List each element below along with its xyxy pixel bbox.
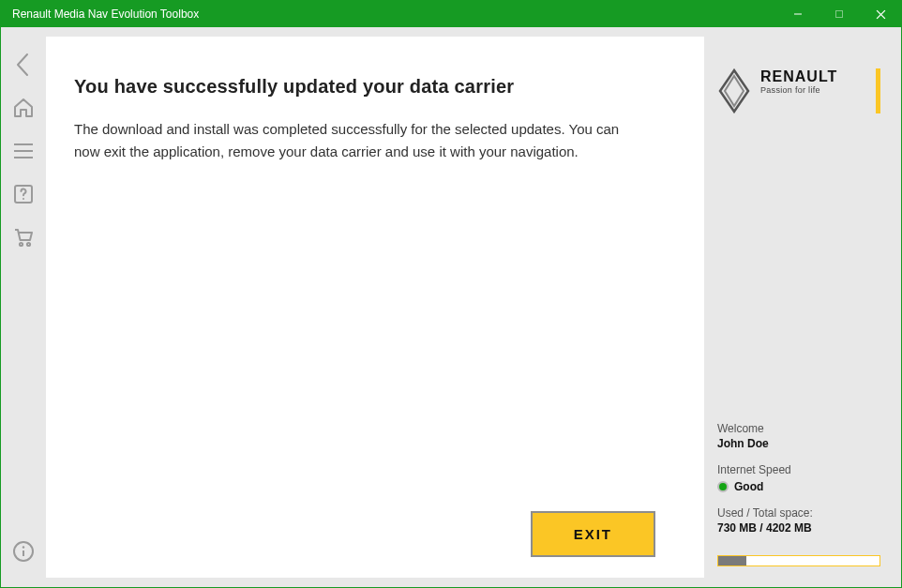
home-icon[interactable] — [12, 97, 35, 119]
space-label: Used / Total space: — [717, 506, 880, 520]
minimize-button[interactable] — [777, 1, 819, 27]
left-nav — [1, 27, 46, 587]
cart-icon[interactable] — [12, 226, 35, 249]
svg-point-10 — [27, 243, 30, 246]
speed-value: Good — [734, 480, 763, 493]
titlebar: Renault Media Nav Evolution Toolbox — [1, 1, 901, 27]
svg-point-9 — [20, 243, 23, 246]
page-body: The download and install was completed s… — [74, 118, 637, 163]
exit-button[interactable]: EXIT — [531, 511, 655, 557]
page-heading: You have successfully updated your data … — [74, 76, 655, 98]
window-controls — [777, 1, 901, 27]
status-block: Welcome John Doe Internet Speed Good Use… — [717, 409, 880, 566]
svg-rect-1 — [836, 11, 843, 18]
storage-bar — [717, 555, 880, 566]
close-button[interactable] — [860, 1, 901, 27]
brand-tagline: Passion for life — [760, 85, 837, 95]
storage-bar-fill — [718, 556, 746, 565]
body: You have successfully updated your data … — [1, 27, 901, 587]
renault-logo-icon — [717, 68, 751, 113]
welcome-label: Welcome — [717, 422, 880, 435]
info-icon[interactable] — [12, 540, 35, 563]
help-icon[interactable] — [12, 183, 35, 205]
action-bar: EXIT — [74, 511, 655, 557]
app-window: Renault Media Nav Evolution Toolbox — [0, 0, 902, 588]
brand-text: RENAULT Passion for life — [760, 68, 837, 95]
maximize-button — [819, 1, 860, 27]
brand-block: RENAULT Passion for life — [717, 68, 880, 113]
back-icon[interactable] — [12, 53, 35, 76]
main-content: You have successfully updated your data … — [46, 37, 704, 578]
right-panel: RENAULT Passion for life Welcome John Do… — [704, 27, 901, 587]
brand-accent-bar — [876, 68, 880, 113]
speed-indicator-icon — [717, 481, 729, 492]
space-value: 730 MB / 4202 MB — [717, 521, 880, 535]
svg-point-8 — [23, 198, 24, 200]
speed-label: Internet Speed — [717, 463, 880, 476]
brand-name: RENAULT — [760, 68, 837, 85]
window-title: Renault Media Nav Evolution Toolbox — [12, 8, 777, 21]
speed-row: Good — [717, 480, 880, 493]
svg-point-12 — [23, 546, 24, 548]
username: John Doe — [717, 437, 880, 450]
menu-icon[interactable] — [12, 140, 35, 162]
